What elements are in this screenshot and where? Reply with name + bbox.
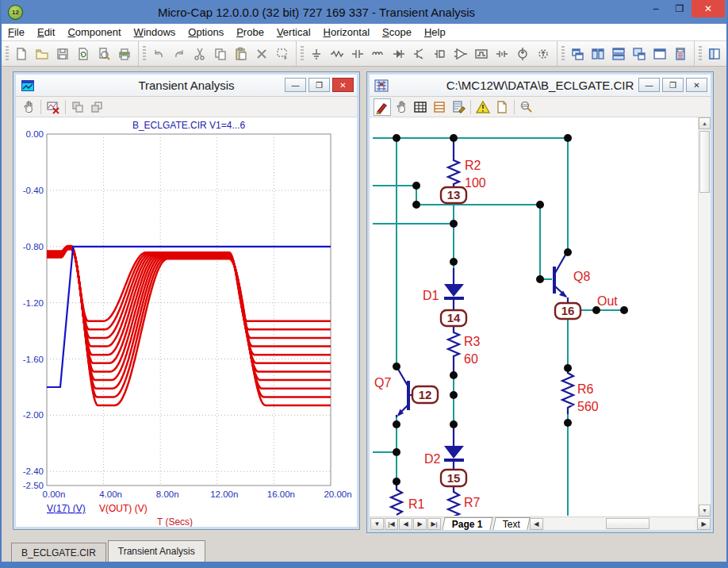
- menu-windows[interactable]: Windows: [128, 25, 182, 40]
- minimize-button[interactable]: –: [644, 0, 668, 17]
- component-panel-icon[interactable]: [705, 44, 724, 63]
- transient-plot[interactable]: B_ECLGATE.CIR V1=4...60.00-0.40-0.80-1.2…: [16, 117, 357, 527]
- resistor-R7[interactable]: [448, 486, 459, 516]
- voltage-source-icon[interactable]: [513, 44, 532, 63]
- menu-file[interactable]: File: [2, 25, 31, 40]
- toolbar-grip[interactable]: [6, 46, 9, 62]
- tab-b-eclgate-cir[interactable]: B_ECLGATE.CIR: [11, 543, 106, 562]
- diode-D2[interactable]: [444, 424, 464, 470]
- legend-vout[interactable]: V(OUT) (V): [99, 503, 148, 514]
- hscroll-left-arrow[interactable]: ◀: [530, 518, 543, 530]
- table-grid-icon[interactable]: [412, 98, 429, 116]
- tile-horizontal-icon[interactable]: [609, 44, 628, 63]
- inductor-icon[interactable]: [369, 44, 388, 63]
- toolbar-grip[interactable]: [699, 46, 702, 62]
- menu-scope[interactable]: Scope: [376, 25, 418, 40]
- legend-v17[interactable]: V(17) (V): [47, 503, 86, 514]
- battery-icon[interactable]: [492, 44, 512, 63]
- cascade-windows-icon[interactable]: [568, 44, 587, 63]
- sheet-edit-icon[interactable]: [450, 98, 467, 116]
- calculator-icon[interactable]: [671, 44, 690, 63]
- ground-icon[interactable]: [307, 44, 326, 63]
- transistor-Q8[interactable]: [553, 251, 568, 303]
- bjt-transistor-icon[interactable]: [410, 44, 429, 63]
- next-page-button[interactable]: ▶: [413, 518, 427, 530]
- pulse-source-icon[interactable]: [472, 44, 491, 63]
- hscroll-right-arrow[interactable]: ▶: [697, 518, 711, 530]
- diode-D1[interactable]: [444, 268, 464, 311]
- schematic-canvas[interactable]: 13 14 15 16 12 R2 100 D1 R3 60 Q8 Out R6…: [373, 117, 699, 516]
- hscroll-thumb[interactable]: [606, 518, 649, 529]
- user-settings-icon[interactable]: [726, 44, 726, 63]
- cut-icon[interactable]: [190, 44, 209, 63]
- paste-icon[interactable]: [232, 44, 251, 63]
- print-preview-icon[interactable]: [94, 44, 113, 63]
- print-icon[interactable]: [115, 44, 134, 63]
- rows-orange-icon[interactable]: [431, 98, 448, 116]
- scroll-down-arrow[interactable]: ▼: [699, 505, 711, 516]
- resistor-icon[interactable]: [328, 44, 347, 63]
- tab-text[interactable]: Text: [492, 517, 530, 530]
- schematic-close-button[interactable]: ✕: [686, 78, 707, 92]
- current-source-icon[interactable]: [534, 44, 553, 63]
- box-select-icon[interactable]: [273, 44, 292, 63]
- maximize-window-icon[interactable]: [650, 44, 669, 63]
- close-button[interactable]: ✕: [692, 0, 725, 17]
- hand-pan-icon[interactable]: [393, 98, 410, 116]
- new-file-icon[interactable]: [12, 44, 31, 63]
- menu-edit[interactable]: Edit: [31, 25, 61, 40]
- open-folder-icon[interactable]: [33, 44, 52, 63]
- chart-delete-icon[interactable]: [44, 98, 62, 116]
- zoom-100-icon[interactable]: 100: [518, 98, 535, 116]
- menu-probe[interactable]: Probe: [230, 25, 270, 40]
- overlap-windows-icon[interactable]: [630, 44, 649, 63]
- delete-icon[interactable]: [252, 44, 271, 63]
- schematic-minimize-button[interactable]: —: [638, 78, 660, 92]
- undo-icon[interactable]: [149, 44, 168, 63]
- tile-vertical-icon[interactable]: [588, 44, 607, 63]
- mosfet-transistor-icon[interactable]: [431, 44, 450, 63]
- save-icon[interactable]: [53, 44, 72, 63]
- resistor-R1[interactable]: [391, 482, 402, 515]
- first-page-button[interactable]: |◀: [385, 518, 398, 530]
- warning-triangle-icon[interactable]: [474, 98, 492, 116]
- resistor-R6[interactable]: [562, 368, 573, 414]
- page-blank-icon[interactable]: [493, 98, 511, 116]
- cascade-front-icon[interactable]: [69, 98, 86, 116]
- page-drop-button[interactable]: ▼: [370, 518, 384, 530]
- cascade-back-icon[interactable]: [88, 98, 105, 116]
- probe-pen-icon[interactable]: [374, 98, 391, 116]
- analysis-close-button[interactable]: ✕: [332, 78, 354, 92]
- transistor-Q7[interactable]: [397, 367, 414, 417]
- copy-icon[interactable]: [211, 44, 230, 63]
- menu-vertical[interactable]: Vertical: [270, 25, 317, 40]
- toolbar-grip[interactable]: [143, 46, 146, 62]
- toolbar-grip[interactable]: [301, 46, 304, 62]
- last-page-button[interactable]: ▶|: [427, 518, 441, 530]
- plot-area[interactable]: B_ECLGATE.CIR V1=4...60.00-0.40-0.80-1.2…: [16, 117, 357, 527]
- capacitor-icon[interactable]: [348, 44, 367, 63]
- opamp-icon[interactable]: [451, 44, 470, 63]
- revert-icon[interactable]: [74, 44, 93, 63]
- hand-pan-icon[interactable]: [20, 98, 37, 116]
- analysis-minimize-button[interactable]: —: [285, 78, 306, 92]
- redo-icon[interactable]: [170, 44, 189, 63]
- menu-options[interactable]: Options: [182, 25, 230, 40]
- diode-icon[interactable]: [389, 44, 408, 63]
- scroll-up-arrow[interactable]: ▲: [699, 117, 711, 129]
- menu-horizontal[interactable]: Horizontal: [317, 25, 377, 40]
- menu-help[interactable]: Help: [418, 25, 452, 40]
- analysis-maximize-button[interactable]: ❐: [308, 78, 330, 92]
- schematic-maximize-button[interactable]: ❐: [662, 78, 684, 92]
- vscroll-thumb[interactable]: [699, 131, 710, 193]
- menu-component[interactable]: Component: [61, 25, 127, 40]
- tab-transient-analysis[interactable]: Transient Analysis: [108, 540, 205, 562]
- schematic-vscrollbar[interactable]: ▲ ▼: [698, 117, 711, 516]
- prev-page-button[interactable]: ◀: [399, 518, 412, 530]
- tab-page-1[interactable]: Page 1: [442, 517, 492, 530]
- maximize-button[interactable]: ❐: [668, 0, 692, 17]
- resistor-R3[interactable]: [448, 325, 459, 375]
- hscroll-track[interactable]: [544, 518, 695, 530]
- resistor-R2[interactable]: [448, 157, 459, 188]
- toolbar-grip[interactable]: [561, 46, 565, 62]
